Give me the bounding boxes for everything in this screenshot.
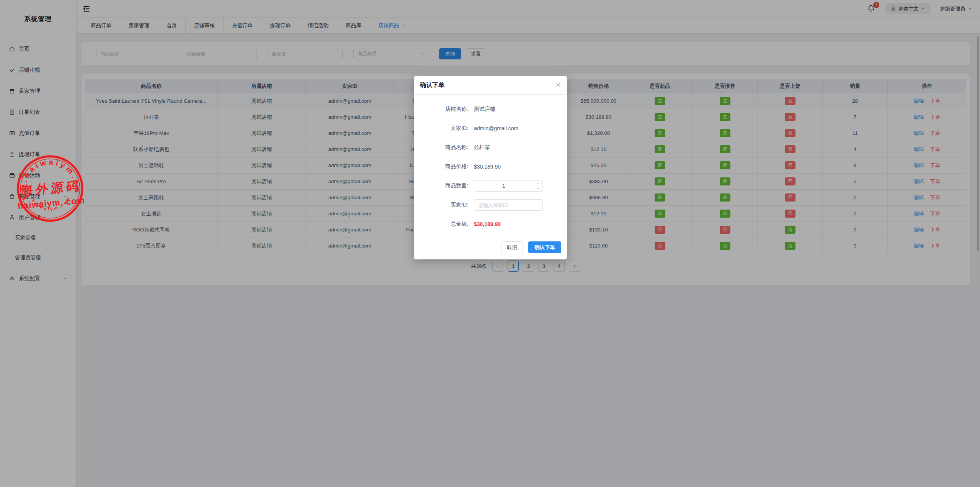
modal-field-row: 店铺名称:测试店铺	[414, 100, 567, 119]
modal-field-row: 商品名称:拉杆箱	[414, 138, 567, 157]
stepper-up-button[interactable]	[534, 180, 542, 186]
confirm-order-modal: 确认下单 店铺名称:测试店铺卖家ID:admin@gmail.com商品名称:拉…	[414, 76, 567, 259]
total-label: 总金额:	[414, 221, 468, 228]
stepper-down-button[interactable]	[534, 186, 542, 192]
modal-header: 确认下单	[414, 76, 567, 95]
modal-field-row: 商品价格:$30,189.90	[414, 157, 567, 176]
total-row: 总金额: $30,189.90	[414, 215, 567, 234]
modal-field-label: 店铺名称:	[414, 106, 468, 113]
modal-field-label: 商品名称:	[414, 144, 468, 151]
modal-field-value: 测试店铺	[474, 106, 495, 113]
watermark-center-text: 海外源码	[20, 179, 82, 198]
quantity-stepper	[474, 180, 543, 192]
buyer-id-input[interactable]	[474, 199, 543, 211]
modal-body: 店铺名称:测试店铺卖家ID:admin@gmail.com商品名称:拉杆箱商品价…	[414, 95, 567, 234]
modal-title: 确认下单	[420, 81, 444, 89]
screen: 系统管理 首页店铺审核卖家管理订单列表充值订单提现订单情侣活动商品管理用户管理买…	[0, 0, 980, 487]
modal-field-row: 卖家ID:admin@gmail.com	[414, 119, 567, 138]
buyer-row: 买家ID:	[414, 195, 567, 215]
quantity-row: 商品数量:	[414, 176, 567, 195]
close-icon[interactable]	[555, 82, 561, 88]
cancel-button[interactable]: 取消	[501, 241, 523, 253]
buyer-id-label: 买家ID:	[414, 202, 468, 208]
modal-footer: 取消 确认下单	[414, 235, 567, 259]
modal-field-value: 拉杆箱	[474, 144, 490, 151]
modal-field-label: 卖家ID:	[414, 125, 468, 132]
modal-static-fields: 店铺名称:测试店铺卖家ID:admin@gmail.com商品名称:拉杆箱商品价…	[414, 100, 567, 176]
quantity-label: 商品数量:	[414, 182, 468, 189]
modal-field-value: $30,189.90	[474, 164, 501, 170]
confirm-order-button[interactable]: 确认下单	[528, 241, 561, 253]
watermark-stamp: www.haiwaiym.com 海外源码 haiwaiym. com haiw…	[16, 155, 84, 222]
total-amount: $30,189.90	[474, 221, 501, 227]
quantity-input[interactable]	[474, 180, 543, 192]
modal-field-value: admin@gmail.com	[474, 125, 518, 131]
modal-field-label: 商品价格:	[414, 163, 468, 170]
